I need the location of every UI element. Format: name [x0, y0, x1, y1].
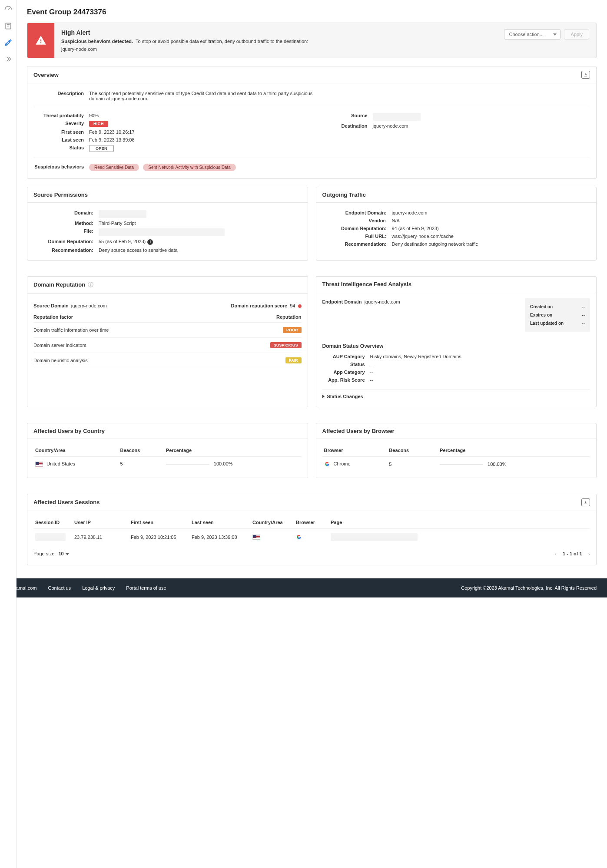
sidebar-icon-dashboard[interactable]: [4, 5, 13, 14]
download-icon[interactable]: [581, 71, 590, 79]
pager-text: 1 - 1 of 1: [563, 551, 582, 556]
ot-endpoint: jquery-node.com: [392, 210, 590, 215]
page-size-select[interactable]: 10: [58, 551, 69, 556]
source-permissions-card: Source Permissions Domain: Method:Third-…: [27, 187, 308, 261]
pager-next[interactable]: ›: [588, 551, 590, 557]
info-icon[interactable]: ⓘ: [88, 281, 93, 288]
page-size-label: Page size:: [33, 551, 56, 556]
sidebar-icon-reports[interactable]: [4, 22, 13, 30]
reputation-row: Domain server indicatorsSUSPICIOUS: [33, 338, 302, 353]
sidebar: [0, 0, 17, 597]
ti-status-l: Status: [322, 362, 370, 367]
table-row: United States5100.00%: [33, 456, 302, 471]
label-status: Status: [33, 145, 89, 152]
dr-title: Domain Reputationⓘ: [33, 281, 93, 289]
dr-factor-head: Reputation factor: [33, 314, 73, 320]
ti-so-title: Domain Status Overview: [322, 343, 590, 349]
label-first-seen: First seen: [33, 129, 89, 135]
action-select[interactable]: Choose action...: [504, 29, 561, 40]
label-severity: Severity: [33, 121, 89, 127]
page-footer: Akamai.com Contact us Legal & privacy Po…: [0, 578, 607, 597]
label-last-seen: Last seen: [33, 137, 89, 142]
sessions-card: Affected Users Sessions Session ID User …: [27, 494, 597, 565]
ti-meta-box: Created on-- Expires on-- Last updated o…: [525, 298, 590, 332]
label-threat-prob: Threat probability: [33, 113, 89, 118]
pager-prev[interactable]: ‹: [555, 551, 557, 557]
sp-file-redacted: [99, 228, 225, 236]
caret-right-icon: [322, 394, 325, 399]
ti-m-expires-v: --: [582, 313, 585, 317]
ti-m-created-v: --: [582, 304, 585, 309]
ot-url: wss://jquery-node.com/cache: [392, 234, 590, 239]
ti-title: Threat Intelligence Feed Analysis: [322, 281, 411, 287]
ti-cat-l: App Category: [322, 370, 370, 375]
status-changes-toggle[interactable]: Status Changes: [322, 389, 590, 401]
table-row: Chrome5100.00%: [322, 456, 590, 472]
dr-sd-label: Source Domain: [33, 303, 69, 308]
badge-status: OPEN: [89, 145, 114, 152]
alert-warning-icon: [27, 23, 54, 58]
ab-h3: Percentage: [438, 445, 590, 457]
sp-label-file: File:: [33, 228, 99, 236]
alert-destination: jquery-node.com: [61, 46, 490, 52]
footer-link-contact[interactable]: Contact us: [48, 585, 71, 591]
ac-h1: Country/Area: [33, 445, 119, 457]
score-dot-icon: [298, 304, 302, 308]
s-h2: User IP: [73, 517, 129, 529]
sidebar-icon-expand[interactable]: [4, 55, 13, 63]
domain-reputation-card: Domain Reputationⓘ Source Domain jquery-…: [27, 276, 308, 407]
value-source-redacted: [373, 113, 421, 121]
ot-vendor: N/A: [392, 218, 590, 223]
s-h3: First seen: [129, 517, 190, 529]
ot-label-rec: Recommendation:: [322, 241, 392, 247]
s-h1: Session ID: [33, 517, 73, 529]
sidebar-icon-tools[interactable]: [4, 38, 13, 47]
s-h7: Page: [329, 517, 590, 529]
footer-link-terms[interactable]: Portal terms of use: [126, 585, 166, 591]
sessions-title: Affected Users Sessions: [33, 499, 100, 505]
alert-instruction: To stop or avoid possible data exfiltrat…: [136, 39, 308, 44]
dr-rep-head: Reputation: [276, 314, 301, 320]
affected-browser-card: Affected Users by Browser Browser Beacon…: [316, 423, 597, 478]
alert-heading: High Alert: [61, 29, 490, 36]
apply-button[interactable]: Apply: [564, 29, 589, 40]
outgoing-traffic-card: Outgoing Traffic Endpoint Domain:jquery-…: [316, 187, 597, 261]
ti-m-created-l: Created on: [530, 304, 553, 309]
s-h6: Browser: [294, 517, 329, 529]
dr-sd: jquery-node.com: [71, 303, 107, 308]
sp-label-method: Method:: [33, 221, 99, 226]
flag-us-icon: [35, 462, 43, 467]
ab-h1: Browser: [322, 445, 388, 457]
overview-card: Overview DescriptionThe script read pote…: [27, 66, 597, 179]
ac-title: Affected Users by Country: [33, 428, 105, 434]
ti-aup-l: AUP Category: [322, 354, 370, 359]
ac-h3: Percentage: [164, 445, 302, 457]
ab-title: Affected Users by Browser: [322, 428, 395, 434]
ot-title: Outgoing Traffic: [322, 191, 366, 198]
ti-m-updated-l: Last updated on: [530, 321, 564, 326]
info-icon[interactable]: i: [147, 239, 153, 245]
overview-title: Overview: [33, 72, 59, 78]
sp-label-domain: Domain:: [33, 210, 99, 218]
value-last-seen: Feb 9, 2023 13:39:08: [89, 137, 307, 142]
reputation-row: Domain heuristic analysisFAIR: [33, 353, 302, 368]
ac-h2: Beacons: [119, 445, 164, 457]
label-behaviors: Suspicious behaviors: [33, 164, 89, 170]
download-icon[interactable]: [581, 498, 590, 506]
ab-h2: Beacons: [387, 445, 438, 457]
badge-severity: HIGH: [89, 121, 108, 127]
footer-link-legal[interactable]: Legal & privacy: [82, 585, 115, 591]
ot-rec: Deny destination outgoing network traffi…: [392, 241, 590, 247]
pill-behavior-0: Read Sensitive Data: [89, 164, 139, 171]
ti-m-expires-l: Expires on: [530, 313, 552, 317]
reputation-row: Domain traffic information over timePOOR: [33, 323, 302, 338]
label-destination: Destination: [317, 123, 373, 129]
ti-endpoint-v: jquery-node.com: [365, 299, 400, 304]
sp-rep: 55 (as of Feb 9, 2023): [99, 239, 146, 244]
ti-risk-v: --: [370, 377, 590, 383]
dr-score-label: Domain reputation score: [231, 303, 288, 308]
ot-label-vendor: Vendor:: [322, 218, 392, 223]
label-description: Description: [33, 91, 89, 101]
table-row[interactable]: 23.79.238.11Feb 9, 2023 10:21:05Feb 9, 2…: [33, 528, 590, 545]
ti-endpoint-l: Endpoint Domain: [322, 299, 362, 304]
